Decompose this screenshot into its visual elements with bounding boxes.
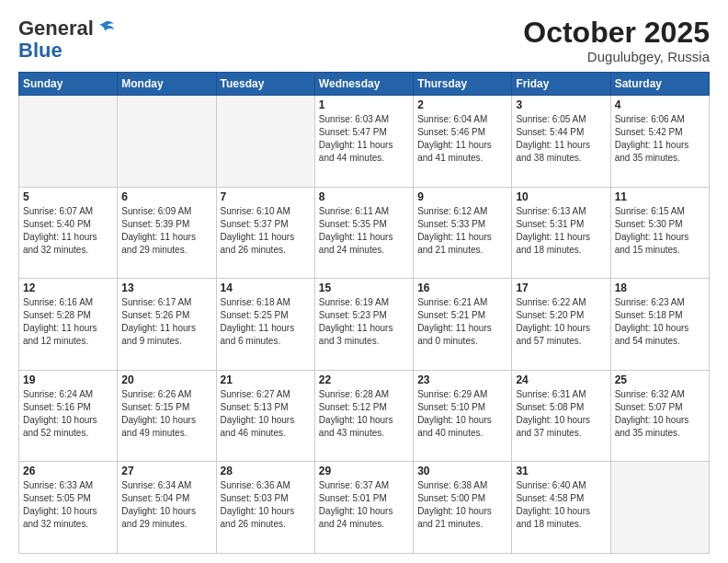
header: General Blue October 2025 Dugulubgey, Ru… [18,17,710,64]
day-number: 3 [516,98,606,111]
col-tuesday: Tuesday [216,73,314,96]
day-number: 27 [121,465,211,477]
page: General Blue October 2025 Dugulubgey, Ru… [0,0,728,563]
table-row: 13Sunrise: 6:17 AM Sunset: 5:26 PM Dayli… [118,279,216,371]
day-info: Sunrise: 6:38 AM Sunset: 5:00 PM Dayligh… [417,479,507,531]
logo-bird-icon [96,20,114,37]
table-row: 5Sunrise: 6:07 AM Sunset: 5:40 PM Daylig… [19,187,118,279]
table-row: 6Sunrise: 6:09 AM Sunset: 5:39 PM Daylig… [118,187,216,279]
day-info: Sunrise: 6:15 AM Sunset: 5:30 PM Dayligh… [615,205,705,257]
table-row: 7Sunrise: 6:10 AM Sunset: 5:37 PM Daylig… [216,187,314,279]
day-number: 18 [615,282,705,294]
day-number: 19 [23,373,113,386]
day-number: 1 [319,98,409,111]
day-info: Sunrise: 6:17 AM Sunset: 5:26 PM Dayligh… [121,296,211,348]
title-section: October 2025 Dugulubgey, Russia [523,17,710,64]
day-number: 20 [121,373,211,386]
table-row: 15Sunrise: 6:19 AM Sunset: 5:23 PM Dayli… [314,279,413,371]
day-info: Sunrise: 6:29 AM Sunset: 5:10 PM Dayligh… [417,388,507,440]
day-info: Sunrise: 6:12 AM Sunset: 5:33 PM Dayligh… [417,205,507,257]
day-number: 11 [615,190,705,203]
day-info: Sunrise: 6:31 AM Sunset: 5:08 PM Dayligh… [516,388,606,440]
day-info: Sunrise: 6:03 AM Sunset: 5:47 PM Dayligh… [319,113,409,165]
day-info: Sunrise: 6:16 AM Sunset: 5:28 PM Dayligh… [23,296,113,348]
day-info: Sunrise: 6:10 AM Sunset: 5:37 PM Dayligh… [221,205,311,257]
day-number: 28 [221,465,311,477]
day-number: 12 [23,282,113,294]
table-row: 20Sunrise: 6:26 AM Sunset: 5:15 PM Dayli… [118,370,216,462]
day-number: 2 [417,98,507,111]
day-number: 29 [319,465,409,477]
table-row: 29Sunrise: 6:37 AM Sunset: 5:01 PM Dayli… [314,462,413,554]
day-info: Sunrise: 6:11 AM Sunset: 5:35 PM Dayligh… [319,205,409,257]
table-row [610,462,709,554]
day-info: Sunrise: 6:23 AM Sunset: 5:18 PM Dayligh… [615,296,705,348]
day-number: 25 [615,373,705,386]
day-info: Sunrise: 6:21 AM Sunset: 5:21 PM Dayligh… [417,296,507,348]
table-row [216,96,314,188]
day-number: 14 [221,282,311,294]
day-number: 7 [221,190,311,203]
logo: General Blue [18,17,114,63]
day-info: Sunrise: 6:05 AM Sunset: 5:44 PM Dayligh… [516,113,606,165]
day-info: Sunrise: 6:09 AM Sunset: 5:39 PM Dayligh… [121,205,211,257]
day-number: 6 [121,190,211,203]
day-number: 10 [516,190,606,203]
day-number: 23 [417,373,507,386]
day-info: Sunrise: 6:34 AM Sunset: 5:04 PM Dayligh… [121,479,211,531]
table-row: 4Sunrise: 6:06 AM Sunset: 5:42 PM Daylig… [610,96,709,188]
table-row [118,96,216,188]
day-info: Sunrise: 6:37 AM Sunset: 5:01 PM Dayligh… [319,479,409,531]
col-saturday: Saturday [610,73,709,96]
table-row: 10Sunrise: 6:13 AM Sunset: 5:31 PM Dayli… [512,187,610,279]
day-number: 24 [516,373,606,386]
table-row: 31Sunrise: 6:40 AM Sunset: 4:58 PM Dayli… [512,462,610,554]
day-number: 8 [319,190,409,203]
day-info: Sunrise: 6:19 AM Sunset: 5:23 PM Dayligh… [319,296,409,348]
logo-blue-text: Blue [18,39,63,63]
day-info: Sunrise: 6:22 AM Sunset: 5:20 PM Dayligh… [516,296,606,348]
table-row: 14Sunrise: 6:18 AM Sunset: 5:25 PM Dayli… [216,279,314,371]
table-row: 28Sunrise: 6:36 AM Sunset: 5:03 PM Dayli… [216,462,314,554]
day-number: 4 [615,98,705,111]
calendar-week-row: 26Sunrise: 6:33 AM Sunset: 5:05 PM Dayli… [19,462,710,554]
table-row: 16Sunrise: 6:21 AM Sunset: 5:21 PM Dayli… [414,279,512,371]
day-number: 16 [417,282,507,294]
col-thursday: Thursday [414,73,512,96]
day-info: Sunrise: 6:04 AM Sunset: 5:46 PM Dayligh… [417,113,507,165]
day-number: 21 [221,373,311,386]
table-row: 21Sunrise: 6:27 AM Sunset: 5:13 PM Dayli… [216,370,314,462]
day-info: Sunrise: 6:36 AM Sunset: 5:03 PM Dayligh… [221,479,311,531]
table-row [19,96,118,188]
calendar-week-row: 19Sunrise: 6:24 AM Sunset: 5:16 PM Dayli… [19,370,710,462]
table-row: 2Sunrise: 6:04 AM Sunset: 5:46 PM Daylig… [414,96,512,188]
day-info: Sunrise: 6:26 AM Sunset: 5:15 PM Dayligh… [121,388,211,440]
table-row: 23Sunrise: 6:29 AM Sunset: 5:10 PM Dayli… [414,370,512,462]
logo-general-text: General [18,17,94,40]
day-info: Sunrise: 6:07 AM Sunset: 5:40 PM Dayligh… [23,205,113,257]
table-row: 1Sunrise: 6:03 AM Sunset: 5:47 PM Daylig… [314,96,413,188]
col-sunday: Sunday [19,73,118,96]
calendar-header-row: Sunday Monday Tuesday Wednesday Thursday… [19,73,710,96]
day-info: Sunrise: 6:18 AM Sunset: 5:25 PM Dayligh… [221,296,311,348]
table-row: 24Sunrise: 6:31 AM Sunset: 5:08 PM Dayli… [512,370,610,462]
day-info: Sunrise: 6:40 AM Sunset: 4:58 PM Dayligh… [516,479,606,531]
calendar-week-row: 1Sunrise: 6:03 AM Sunset: 5:47 PM Daylig… [19,96,710,188]
day-info: Sunrise: 6:06 AM Sunset: 5:42 PM Dayligh… [615,113,705,165]
table-row: 30Sunrise: 6:38 AM Sunset: 5:00 PM Dayli… [414,462,512,554]
table-row: 19Sunrise: 6:24 AM Sunset: 5:16 PM Dayli… [19,370,118,462]
table-row: 9Sunrise: 6:12 AM Sunset: 5:33 PM Daylig… [414,187,512,279]
table-row: 25Sunrise: 6:32 AM Sunset: 5:07 PM Dayli… [610,370,709,462]
day-number: 5 [23,190,113,203]
day-number: 15 [319,282,409,294]
col-wednesday: Wednesday [314,73,413,96]
col-monday: Monday [118,73,216,96]
month-title: October 2025 [523,17,710,49]
table-row: 11Sunrise: 6:15 AM Sunset: 5:30 PM Dayli… [610,187,709,279]
location: Dugulubgey, Russia [523,49,710,64]
day-info: Sunrise: 6:28 AM Sunset: 5:12 PM Dayligh… [319,388,409,440]
day-info: Sunrise: 6:27 AM Sunset: 5:13 PM Dayligh… [221,388,311,440]
table-row: 17Sunrise: 6:22 AM Sunset: 5:20 PM Dayli… [512,279,610,371]
day-number: 13 [121,282,211,294]
table-row: 27Sunrise: 6:34 AM Sunset: 5:04 PM Dayli… [118,462,216,554]
